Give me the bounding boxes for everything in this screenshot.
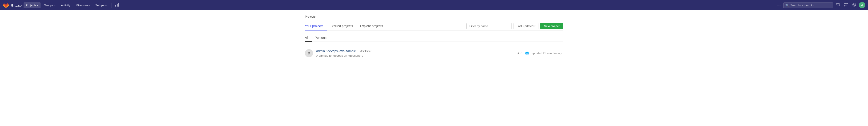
avatar: D xyxy=(305,49,313,57)
svg-rect-6 xyxy=(839,4,839,5)
sub-tab-personal[interactable]: Personal xyxy=(312,34,331,42)
sub-tabs: All Personal xyxy=(305,34,563,42)
project-list: D admin / devops-java-sample Maintainer … xyxy=(305,45,563,61)
chevron-down-icon: ▾ xyxy=(54,4,56,6)
nav-projects[interactable]: Projects ▾ xyxy=(24,2,41,8)
globe-icon: 🌐 xyxy=(525,51,529,55)
svg-rect-0 xyxy=(115,5,116,6)
table-row: D admin / devops-java-sample Maintainer … xyxy=(305,45,563,61)
search-box[interactable]: 🔍 xyxy=(783,2,833,8)
search-input[interactable] xyxy=(790,4,831,7)
keyboard-shortcut-icon[interactable] xyxy=(835,2,841,9)
merge-request-icon[interactable] xyxy=(843,2,849,9)
search-icon: 🔍 xyxy=(785,4,789,7)
last-updated-button[interactable]: Last updated ▾ xyxy=(514,23,538,29)
gitlab-logo-icon xyxy=(3,2,9,8)
tab-starred-projects[interactable]: Starred projects xyxy=(327,22,356,31)
chart-icon[interactable] xyxy=(114,3,121,8)
svg-rect-4 xyxy=(837,4,837,5)
page-title: Projects xyxy=(305,15,563,18)
project-name-row: admin / devops-java-sample Maintainer xyxy=(316,49,517,53)
svg-point-10 xyxy=(844,5,845,6)
project-name-link[interactable]: admin / devops-java-sample xyxy=(316,49,356,53)
star-count: ★ 0 xyxy=(517,51,522,55)
project-info: admin / devops-java-sample Maintainer A … xyxy=(316,49,517,57)
nav-divider xyxy=(111,3,112,8)
chevron-down-icon: ▾ xyxy=(37,4,38,6)
nav-activity[interactable]: Activity xyxy=(59,2,72,8)
project-description: A sample for devops on kubesphere xyxy=(316,54,517,57)
svg-rect-5 xyxy=(838,4,838,5)
page-wrap: Projects Your projects Starred projects … xyxy=(0,10,868,126)
user-avatar[interactable]: A xyxy=(859,2,865,8)
brand-link[interactable]: GitLab xyxy=(3,2,22,8)
brand-name: GitLab xyxy=(11,3,22,7)
nav-snippets[interactable]: Snippets xyxy=(93,2,109,8)
star-icon: ★ xyxy=(517,51,520,55)
svg-rect-7 xyxy=(837,5,839,5)
svg-point-12 xyxy=(854,4,855,5)
plus-button[interactable]: + ▾ xyxy=(775,2,782,9)
sub-tab-all[interactable]: All xyxy=(305,34,312,42)
chevron-down-icon: ▾ xyxy=(534,25,535,27)
project-updated: updated 23 minutes ago xyxy=(532,51,563,55)
filter-name-input[interactable] xyxy=(466,23,512,29)
page-content: Projects Your projects Starred projects … xyxy=(300,10,568,66)
tabs-filter-row: Your projects Starred projects Explore p… xyxy=(305,22,563,31)
chevron-down-icon: ▾ xyxy=(779,4,781,6)
svg-rect-2 xyxy=(118,3,119,6)
nav-milestones[interactable]: Milestones xyxy=(73,2,92,8)
issues-icon[interactable] xyxy=(851,2,858,9)
project-meta: ★ 0 🌐 updated 23 minutes ago xyxy=(517,51,563,55)
navbar-right: + ▾ 🔍 xyxy=(775,2,865,9)
tab-your-projects[interactable]: Your projects xyxy=(305,22,327,31)
project-role-badge: Maintainer xyxy=(358,49,373,53)
tab-explore-projects[interactable]: Explore projects xyxy=(356,22,386,31)
navbar: GitLab Projects ▾ Groups ▾ Activity Mile… xyxy=(0,0,868,10)
new-project-button[interactable]: New project xyxy=(540,23,563,29)
svg-rect-1 xyxy=(117,4,118,6)
nav-groups[interactable]: Groups ▾ xyxy=(41,2,58,8)
